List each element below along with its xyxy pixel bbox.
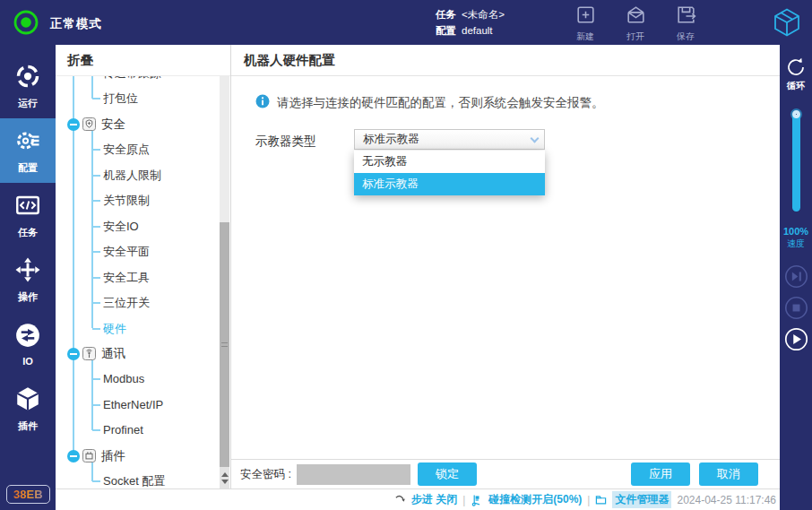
info-icon: [255, 94, 270, 111]
collision-detect-status[interactable]: 碰撞检测开启(50%): [488, 492, 582, 507]
tree-connector-line: [91, 354, 93, 430]
tree-scrollbar[interactable]: [220, 76, 229, 488]
safety-password-bar: 安全密码 : 锁定 应用 取消: [231, 459, 780, 488]
tree-item[interactable]: Socket 配置: [103, 473, 165, 488]
save-button[interactable]: 保存: [668, 4, 704, 43]
tree-item[interactable]: Modbus: [103, 371, 144, 387]
tree-item[interactable]: EtherNet/IP: [103, 397, 163, 413]
cancel-button[interactable]: 取消: [699, 462, 758, 486]
main-panel: 机器人硬件配置 请选择与连接的硬件匹配的配置，否则系统会触发安全报警。 示教器类…: [231, 45, 780, 488]
tree-connector-line: [92, 149, 100, 151]
file-manager-icon: [595, 494, 607, 506]
tree-connector-line: [92, 480, 100, 482]
task-name: <未命名>: [462, 9, 505, 20]
page-title: 机器人硬件配置: [231, 45, 780, 76]
separator: |: [587, 494, 590, 506]
tree-item[interactable]: 安全工具: [103, 270, 150, 286]
step-next-button[interactable]: [784, 264, 808, 289]
new-button[interactable]: 新建: [567, 4, 603, 43]
tree-connector-line: [92, 302, 100, 304]
tree-collapse-toggle[interactable]: [67, 450, 80, 462]
tree-item[interactable]: 三位开关: [103, 295, 150, 311]
task-config-info: 任务<未命名> 配置default: [436, 6, 505, 39]
tree-collapse-toggle[interactable]: [67, 348, 80, 360]
pendant-type-label: 示教器类型: [255, 134, 316, 150]
plugin-icon: [14, 385, 41, 416]
shield-icon: [82, 117, 96, 131]
run-icon: [14, 63, 41, 93]
scroll-down-icon[interactable]: [221, 480, 229, 484]
sidebar-item-run[interactable]: 运行: [0, 54, 56, 118]
tree-item[interactable]: 硬件: [103, 321, 126, 337]
safety-password-label: 安全密码 :: [240, 467, 291, 482]
config-name: default: [462, 25, 493, 36]
tree-item[interactable]: Profinet: [103, 422, 143, 438]
tree-connector-line: [92, 277, 100, 279]
new-icon: [574, 4, 597, 30]
tree-item[interactable]: 安全原点: [103, 142, 150, 158]
sidebar-item-io[interactable]: IO: [0, 312, 56, 376]
speed-label: 速度: [787, 238, 805, 250]
dropdown-option[interactable]: 无示教器: [354, 151, 545, 173]
tree-connector-line: [92, 378, 100, 380]
clock-timestamp: 2024-04-25 11:17:46: [677, 494, 776, 506]
info-text: 请选择与连接的硬件匹配的配置，否则系统会触发安全报警。: [277, 95, 604, 111]
sidebar-item-operate[interactable]: 操作: [0, 247, 56, 312]
tree-connector-line: [92, 251, 100, 253]
sidebar-item-label: IO: [22, 356, 33, 367]
save-icon: [675, 4, 697, 30]
loop-mode-icon[interactable]: [784, 56, 808, 79]
tree-item[interactable]: 安全平面: [103, 244, 150, 260]
sidebar-item-plugin[interactable]: 插件: [0, 376, 56, 441]
tree-scrollbar-thumb[interactable]: [220, 222, 229, 467]
top-bar: 正常模式 任务<未命名> 配置default 新建 打开 保存: [0, 0, 812, 45]
lock-button[interactable]: 锁定: [418, 462, 477, 486]
speed-slider-track[interactable]: [792, 113, 800, 212]
io-icon: [14, 322, 41, 352]
config-tree-panel: 折叠 传送带跟踪打包位安全安全原点机器人限制关节限制安全IO安全平面安全工具三位…: [56, 45, 231, 488]
tree-item[interactable]: 打包位: [103, 91, 138, 107]
step-mode-status[interactable]: 步进 关闭: [411, 492, 457, 507]
config-row: 配置default: [436, 22, 505, 39]
speed-slider-handle[interactable]: [792, 110, 800, 118]
tree-node[interactable]: 插件: [101, 448, 125, 464]
tree-collapse-toggle[interactable]: [67, 118, 80, 131]
mode-status-icon: [13, 9, 39, 39]
pendant-type-dropdown: 无示教器标准示教器: [354, 151, 545, 195]
tree-connector-line: [92, 404, 100, 406]
tree-collapse-header[interactable]: 折叠: [56, 45, 230, 76]
app-root: 正常模式 任务<未命名> 配置default 新建 打开 保存 运行: [0, 0, 812, 510]
robot-id-badge[interactable]: 38EB: [6, 485, 50, 504]
open-button[interactable]: 打开: [618, 4, 653, 43]
mode-indicator[interactable]: 正常模式: [13, 9, 102, 39]
left-sidebar: 运行 配置 任务 操作 IO 插件 38EB: [0, 45, 56, 510]
apply-button[interactable]: 应用: [631, 462, 690, 486]
safety-password-input[interactable]: [297, 464, 410, 485]
sidebar-item-label: 配置: [18, 161, 38, 175]
play-button[interactable]: [784, 327, 808, 351]
tree-item[interactable]: 机器人限制: [103, 168, 161, 184]
tree-item[interactable]: 关节限制: [103, 193, 150, 209]
sidebar-item-config[interactable]: 配置: [0, 118, 56, 183]
tree-node[interactable]: 安全: [101, 117, 125, 133]
sidebar-item-task[interactable]: 任务: [0, 183, 56, 247]
scrollbar-grip-icon: [221, 342, 228, 347]
operate-icon: [14, 256, 41, 287]
tree-connector-line: [92, 328, 100, 330]
tree-node[interactable]: 通讯: [101, 346, 125, 362]
scroll-up-icon[interactable]: [221, 472, 229, 477]
pendant-type-select[interactable]: 标准示教器: [354, 129, 545, 150]
stop-button[interactable]: [784, 296, 808, 320]
file-manager-button[interactable]: 文件管理器: [612, 491, 671, 508]
tree-connector-line: [91, 76, 93, 99]
tree-item[interactable]: 安全IO: [103, 219, 139, 235]
tree-item[interactable]: 传送带跟踪: [103, 76, 161, 82]
tree-scroll-arrows: [220, 467, 229, 488]
task-row: 任务<未命名>: [436, 6, 505, 22]
collision-detect-icon: [471, 494, 483, 506]
dropdown-option[interactable]: 标准示教器: [354, 173, 545, 195]
plug-icon: [82, 449, 96, 462]
sidebar-item-label: 任务: [18, 226, 38, 239]
content-area: 折叠 传送带跟踪打包位安全安全原点机器人限制关节限制安全IO安全平面安全工具三位…: [56, 45, 780, 510]
sidebar-item-label: 操作: [18, 290, 38, 304]
